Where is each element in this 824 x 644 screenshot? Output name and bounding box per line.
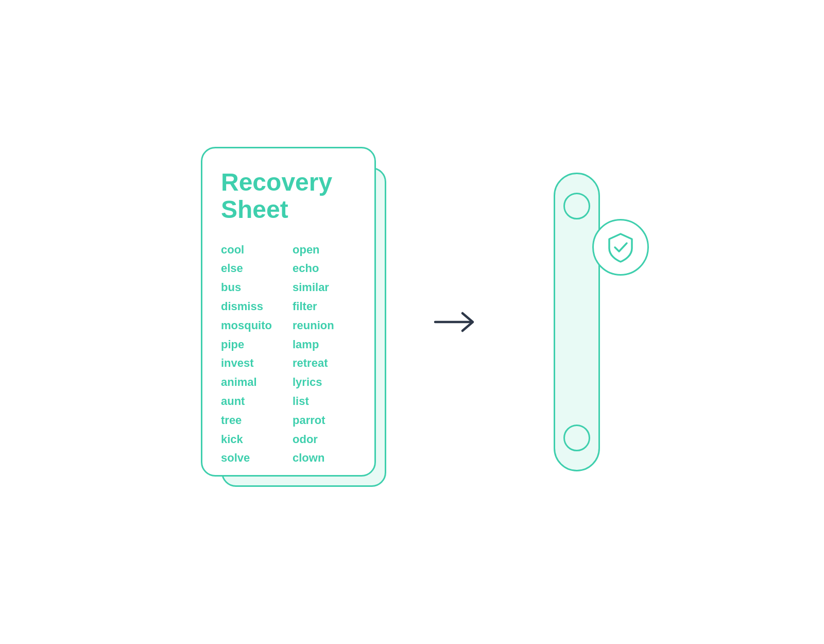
word-item: dismiss [221,299,272,315]
word-item: lamp [293,337,334,353]
shield-circle [592,219,649,276]
recovery-sheet-card: Recovery Sheet coolelsebusdismissmosquit… [201,147,376,477]
word-column-left: coolelsebusdismissmosquitopipeinvestanim… [221,242,272,467]
card-title: Recovery Sheet [221,169,356,224]
word-columns: coolelsebusdismissmosquitopipeinvestanim… [221,242,356,467]
word-item: list [293,394,334,410]
word-item: open [293,242,334,258]
word-item: lyrics [293,375,334,391]
word-item: cool [221,242,272,258]
usb-device-body [554,173,600,471]
word-item: kick [221,432,272,448]
card-stack: Recovery Sheet coolelsebusdismissmosquit… [201,147,386,497]
word-item: invest [221,355,272,371]
word-item: clown [293,450,334,466]
word-item: tree [221,413,272,429]
word-item: similar [293,280,334,296]
word-item: solve [221,450,272,466]
word-item: bus [221,280,272,296]
device-circle-bottom [563,425,590,451]
word-item: pipe [221,337,272,353]
shield-badge [592,219,649,276]
word-column-right: openechosimilarfilterreunionlampretreatl… [293,242,334,467]
word-item: mosquito [221,318,272,334]
shield-checkmark-icon [604,231,637,264]
word-item: odor [293,432,334,448]
word-item: else [221,261,272,277]
word-item: parrot [293,413,334,429]
word-item: echo [293,261,334,277]
arrow-container [427,309,489,335]
word-item: animal [221,375,272,391]
device-circle-top [563,193,590,219]
word-item: aunt [221,394,272,410]
usb-device-container [530,147,623,497]
word-item: reunion [293,318,334,334]
main-scene: Recovery Sheet coolelsebusdismissmosquit… [201,147,623,497]
word-item: retreat [293,355,334,371]
word-item: filter [293,299,334,315]
arrow-icon [433,309,484,335]
